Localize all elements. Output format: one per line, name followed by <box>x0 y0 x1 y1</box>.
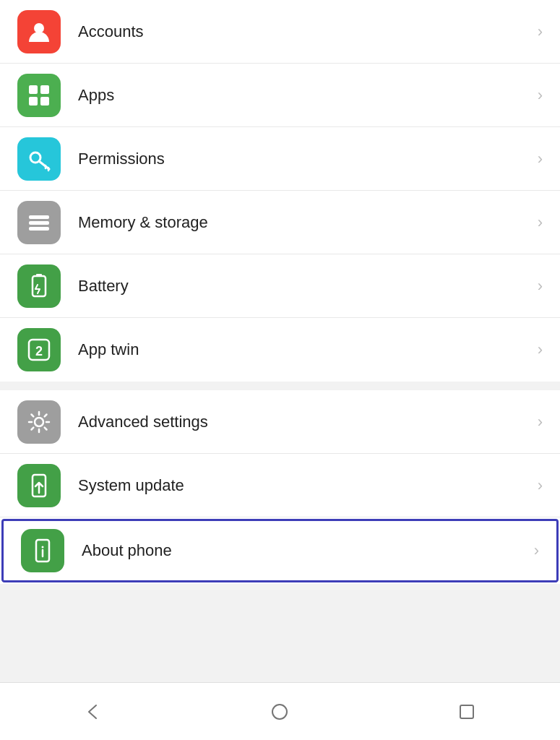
accounts-icon-wrap <box>17 10 61 53</box>
recents-icon <box>457 702 477 722</box>
settings-list: Accounts › Apps › Permissions › Memory &… <box>0 0 560 682</box>
home-icon <box>270 702 290 722</box>
memory-storage-icon-wrap <box>17 201 61 244</box>
memory-storage-label: Memory & storage <box>78 213 538 232</box>
battery-item[interactable]: Battery › <box>0 254 560 318</box>
section-apps: Accounts › Apps › Permissions › Memory &… <box>0 0 560 382</box>
battery-icon-wrap <box>17 264 61 308</box>
back-button[interactable] <box>72 690 115 733</box>
memory-storage-item[interactable]: Memory & storage › <box>0 191 560 254</box>
app-twin-item[interactable]: App twin › <box>0 318 560 382</box>
system-update-icon <box>26 473 52 499</box>
apps-item[interactable]: Apps › <box>0 64 560 127</box>
permissions-chevron: › <box>538 150 543 168</box>
navigation-bar <box>0 682 560 740</box>
permissions-icon <box>26 146 52 172</box>
accounts-label: Accounts <box>78 22 538 41</box>
system-update-label: System update <box>78 476 538 495</box>
system-update-icon-wrap <box>17 464 61 507</box>
advanced-settings-chevron: › <box>538 413 543 431</box>
app-twin-label: App twin <box>78 340 538 359</box>
apps-icon-wrap <box>17 74 61 117</box>
advanced-settings-label: Advanced settings <box>78 413 538 431</box>
advanced-settings-icon-wrap <box>17 400 61 444</box>
about-phone-label: About phone <box>82 541 534 560</box>
section-system: Advanced settings › System update › Abou… <box>0 390 560 584</box>
system-update-chevron: › <box>538 476 543 495</box>
accounts-item[interactable]: Accounts › <box>0 0 560 64</box>
about-phone-icon-wrap <box>21 529 64 572</box>
svg-rect-22 <box>460 705 473 718</box>
svg-point-21 <box>272 705 287 719</box>
accounts-icon <box>26 19 52 45</box>
recents-button[interactable] <box>445 690 488 733</box>
battery-label: Battery <box>78 277 538 296</box>
permissions-icon-wrap <box>17 137 61 181</box>
advanced-settings-icon <box>26 409 52 435</box>
app-twin-icon-wrap <box>17 328 61 371</box>
apps-chevron: › <box>538 86 543 105</box>
permissions-item[interactable]: Permissions › <box>0 127 560 191</box>
about-phone-icon <box>30 538 56 564</box>
system-update-item[interactable]: System update › <box>0 454 560 517</box>
about-phone-chevron: › <box>534 541 539 560</box>
app-twin-icon <box>26 337 52 363</box>
permissions-label: Permissions <box>78 150 538 168</box>
apps-label: Apps <box>78 86 538 105</box>
memory-storage-chevron: › <box>538 213 543 232</box>
battery-chevron: › <box>538 277 543 296</box>
battery-icon <box>26 273 52 299</box>
home-button[interactable] <box>258 690 301 733</box>
memory-storage-icon <box>26 210 52 236</box>
accounts-chevron: › <box>538 22 543 41</box>
back-icon <box>83 702 103 722</box>
app-twin-chevron: › <box>538 340 543 359</box>
apps-icon <box>26 82 52 108</box>
about-phone-item[interactable]: About phone › <box>1 519 559 582</box>
advanced-settings-item[interactable]: Advanced settings › <box>0 390 560 454</box>
